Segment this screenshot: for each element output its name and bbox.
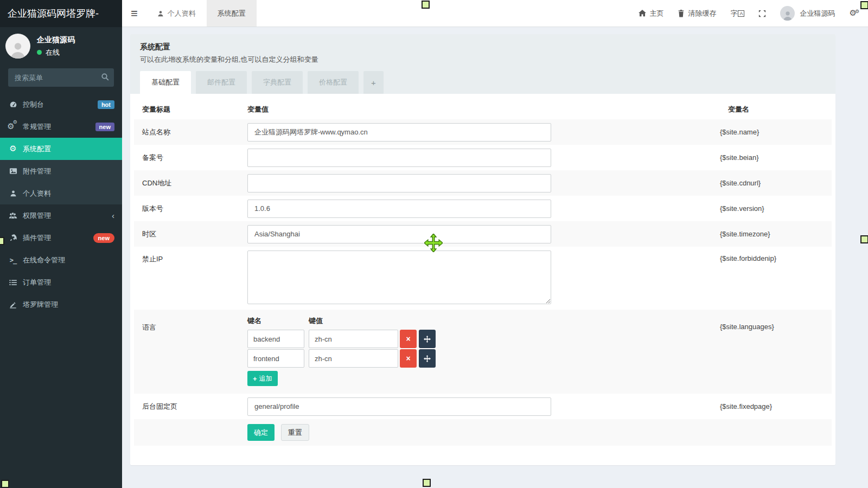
table-row: 时区 {$site.timezone} — [134, 221, 832, 247]
panel-body: 变量标题 变量值 变量名 站点名称 {$site.name} 备案号 {$sit… — [130, 94, 835, 465]
resize-handle-top-right[interactable] — [860, 1, 868, 9]
tab-config[interactable]: 系统配置 — [207, 0, 257, 27]
gears-icon: ⚙⚙ — [8, 123, 18, 131]
site-name-input[interactable] — [247, 123, 551, 142]
clear-cache-label: 清除缓存 — [688, 9, 716, 18]
user-silhouette-icon — [9, 40, 27, 59]
col-header-varname: 变量名 — [720, 105, 832, 114]
menu-search — [8, 68, 114, 87]
sidebar-toggle-icon[interactable]: ≡ — [122, 0, 146, 27]
tab-profile[interactable]: 个人资料 — [146, 0, 207, 27]
resize-handle-bottom-center[interactable] — [423, 479, 431, 487]
home-icon — [639, 10, 646, 17]
sidebar: 企业猫源码网塔罗牌- 企业猫源码 在线 控制台 hot ⚙⚙ 常规管 — [0, 0, 122, 488]
lang-key-input[interactable] — [247, 349, 304, 368]
form-actions-row: 确定 重置 — [134, 419, 832, 446]
drag-row-button[interactable] — [419, 330, 436, 348]
language-pair-row: × — [247, 330, 720, 348]
sidebar-item-general[interactable]: ⚙⚙ 常规管理 new — [0, 115, 122, 138]
table-row: 备案号 {$site.beian} — [134, 145, 832, 170]
sidebar-item-label: 附件管理 — [23, 166, 51, 176]
sidebar-item-label: 系统配置 — [23, 144, 51, 154]
list-icon — [8, 279, 18, 286]
form-rows: 站点名称 {$site.name} 备案号 {$site.beian} CDN地… — [134, 119, 832, 446]
append-button[interactable]: + 追加 — [247, 371, 278, 386]
search-input[interactable] — [8, 68, 114, 87]
sidebar-item-config[interactable]: ⚙ 系统配置 — [0, 138, 122, 160]
resize-handle-right-middle[interactable] — [860, 235, 868, 243]
sidebar-item-command[interactable]: >_ 在线命令管理 — [0, 249, 122, 271]
tab-basic-config[interactable]: 基础配置 — [140, 71, 191, 94]
resize-handle-left-middle[interactable] — [0, 237, 4, 245]
lang-key-input[interactable] — [247, 330, 304, 348]
user-menu[interactable]: 企业猫源码 — [773, 0, 842, 27]
tarot-icon — [8, 301, 18, 309]
config-tabs: 基础配置 邮件配置 字典配置 价格配置 + — [140, 71, 826, 94]
lang-value-input[interactable] — [309, 349, 398, 368]
timezone-input[interactable] — [247, 225, 551, 243]
gears-icon: ⚙⚙ — [849, 9, 861, 17]
var-name: {$site.forbiddenip} — [720, 247, 832, 262]
home-link[interactable]: 主页 — [631, 0, 671, 27]
move-cursor-icon — [424, 234, 443, 252]
fullscreen-toggle[interactable] — [751, 0, 773, 27]
page-title: 系统配置 — [140, 42, 826, 52]
move-icon — [424, 355, 431, 362]
version-input[interactable] — [247, 200, 551, 218]
table-row: 版本号 {$site.version} — [134, 196, 832, 221]
avatar — [5, 34, 30, 59]
tab-price-config[interactable]: 价格配置 — [308, 71, 359, 94]
user-icon — [157, 10, 164, 17]
main-content: 系统配置 可以在此增改系统的变量和分组,也可以自定义分组和变量 基础配置 邮件配… — [122, 27, 868, 488]
var-name: {$site.languages} — [720, 310, 832, 331]
sidebar-item-label: 常规管理 — [23, 122, 51, 132]
clear-cache-link[interactable]: 清除缓存 — [671, 0, 723, 27]
sidebar-item-label: 订单管理 — [23, 278, 51, 287]
brand-title[interactable]: 企业猫源码网塔罗牌- — [0, 0, 122, 27]
fixedpage-input[interactable] — [247, 397, 551, 416]
sidebar-item-auth[interactable]: 权限管理 ‹ — [0, 204, 122, 227]
var-name: {$site.cdnurl} — [720, 179, 832, 187]
panel-heading: 系统配置 可以在此增改系统的变量和分组,也可以自定义分组和变量 基础配置 邮件配… — [130, 34, 835, 94]
users-icon — [8, 211, 18, 220]
drag-row-button[interactable] — [419, 349, 436, 368]
add-tab-button[interactable]: + — [363, 71, 384, 94]
row-label: 版本号 — [134, 204, 247, 214]
cdnurl-input[interactable] — [247, 174, 551, 192]
table-row: 站点名称 {$site.name} — [134, 119, 832, 145]
sidebar-item-orders[interactable]: 订单管理 — [0, 271, 122, 293]
delete-row-button[interactable]: × — [400, 349, 417, 368]
var-name: {$site.version} — [720, 204, 832, 213]
sidebar-item-attachment[interactable]: 附件管理 — [0, 160, 122, 182]
trash-icon — [678, 10, 685, 17]
resize-handle-bottom-left[interactable] — [1, 480, 9, 488]
table-header: 变量标题 变量值 变量名 — [134, 100, 832, 119]
lang-value-input[interactable] — [309, 330, 398, 348]
sidebar-item-dashboard[interactable]: 控制台 hot — [0, 93, 122, 115]
append-label: 追加 — [259, 374, 272, 383]
online-dot-icon — [37, 50, 42, 55]
forbiddenip-textarea[interactable] — [247, 251, 551, 304]
tab-mail-config[interactable]: 邮件配置 — [196, 71, 247, 94]
language-editor: 键名 键值 × — [247, 310, 720, 394]
delete-row-button[interactable]: × — [400, 330, 417, 348]
reset-button[interactable]: 重置 — [281, 424, 309, 441]
language-pair-row: × — [247, 349, 720, 368]
search-icon[interactable] — [101, 73, 110, 81]
sidebar-item-label: 个人资料 — [23, 189, 51, 198]
sidebar-item-profile[interactable]: 个人资料 — [0, 182, 122, 204]
sidebar-item-addon[interactable]: 插件管理 new — [0, 227, 122, 249]
tab-dict-config[interactable]: 字典配置 — [252, 71, 303, 94]
resize-handle-top-center[interactable] — [422, 1, 430, 9]
hot-badge: hot — [98, 100, 114, 109]
table-row: 禁止IP {$site.forbiddenip} — [134, 247, 832, 310]
row-label: 时区 — [134, 229, 247, 239]
sidebar-menu: 控制台 hot ⚙⚙ 常规管理 new ⚙ 系统配置 附件管理 个人资料 — [0, 93, 122, 316]
col-header-title: 变量标题 — [134, 105, 247, 114]
status-label: 在线 — [46, 48, 60, 57]
translate-letter: A — [738, 10, 744, 17]
submit-button[interactable]: 确定 — [247, 424, 275, 441]
beian-input[interactable] — [247, 149, 551, 167]
sidebar-item-tarot[interactable]: 塔罗牌管理 — [0, 293, 122, 316]
language-switch[interactable]: 字A — [723, 0, 751, 27]
